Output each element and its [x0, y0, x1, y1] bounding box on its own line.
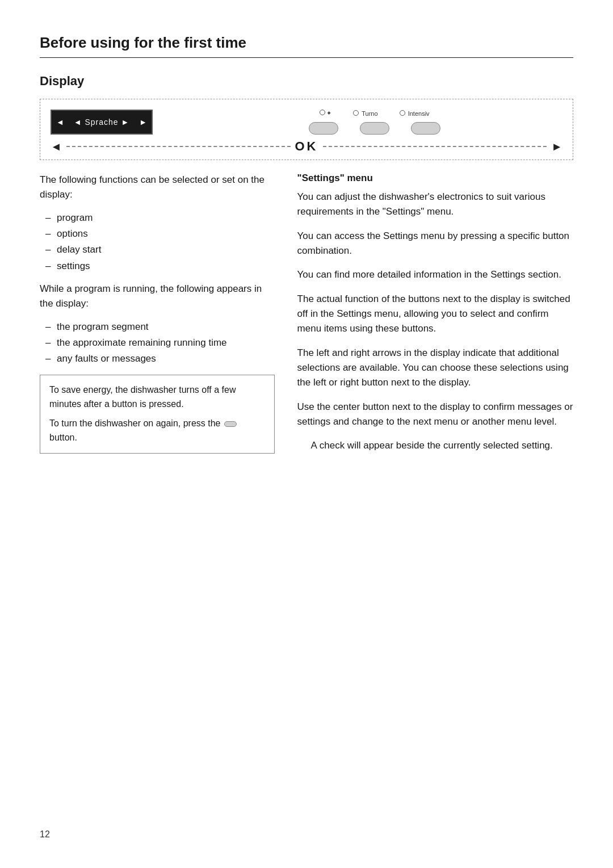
- button-label-2: Turno: [353, 110, 377, 119]
- list-item: the approximate remaining running time: [45, 336, 275, 350]
- settings-para-1: You can adjust the dishwasher's electron…: [297, 190, 573, 220]
- page-number: 12: [40, 829, 50, 840]
- settings-para-4: The actual function of the buttons next …: [297, 292, 573, 337]
- button-label-1: ✦: [320, 110, 331, 119]
- settings-para-6: Use the center button next to the displa…: [297, 400, 573, 430]
- ok-dashes-left: [66, 146, 291, 147]
- ok-dashes-right: [323, 146, 547, 147]
- list-item: settings: [45, 259, 275, 274]
- screen-arrow-right: ►: [139, 118, 147, 127]
- settings-para-7: A check will appear beside the currently…: [311, 438, 573, 453]
- functions-list: program options delay start settings: [45, 211, 275, 274]
- list-item: the program segment: [45, 320, 275, 334]
- display-screen: ◄ ◄ Sprache ► ►: [51, 110, 153, 135]
- display-diagram: ◄ ◄ Sprache ► ► ✦ Turno Intensiv: [40, 99, 573, 160]
- round-button-2[interactable]: [360, 122, 389, 135]
- right-column: "Settings" menu You can adjust the dishw…: [297, 173, 573, 463]
- info-box-line1: To save energy, the dishwasher turns off…: [49, 383, 265, 412]
- content-columns: The following functions can be selected …: [40, 173, 573, 463]
- list-item: program: [45, 211, 275, 225]
- ok-arrow-right: ►: [551, 140, 562, 153]
- round-button-3[interactable]: [411, 122, 440, 135]
- running-list: the program segment the approximate rema…: [45, 320, 275, 367]
- ok-label: OK: [295, 139, 318, 154]
- display-screen-area: ◄ ◄ Sprache ► ►: [51, 110, 153, 135]
- title-divider: [40, 57, 573, 58]
- button-icon-inline: [224, 421, 237, 427]
- page-title: Before using for the first time: [40, 34, 573, 52]
- screen-arrow-left: ◄: [56, 118, 64, 127]
- list-item: any faults or messages: [45, 351, 275, 366]
- screen-text: ◄ Sprache ►: [74, 118, 130, 127]
- settings-para-2: You can access the Settings menu by pres…: [297, 229, 573, 259]
- settings-menu-heading: "Settings" menu: [297, 173, 573, 184]
- round-button-1[interactable]: [309, 122, 338, 135]
- section-title: Display: [40, 74, 573, 89]
- button-label-3: Intensiv: [400, 110, 430, 119]
- intro-text: The following functions can be selected …: [40, 173, 275, 203]
- info-box: To save energy, the dishwasher turns off…: [40, 375, 275, 454]
- settings-para-5: The left and right arrows in the display…: [297, 346, 573, 391]
- ok-arrow-left: ◄: [51, 140, 62, 153]
- buttons-area: ✦ Turno Intensiv: [187, 110, 562, 135]
- info-box-line2: To turn the dishwasher on again, press t…: [49, 417, 265, 445]
- ok-row: ◄ OK ►: [51, 139, 562, 154]
- left-column: The following functions can be selected …: [40, 173, 275, 463]
- buttons-row: [309, 122, 440, 135]
- settings-para-3: You can find more detailed information i…: [297, 267, 573, 282]
- list-item: options: [45, 227, 275, 241]
- list-item: delay start: [45, 242, 275, 257]
- running-intro: While a program is running, the followin…: [40, 282, 275, 312]
